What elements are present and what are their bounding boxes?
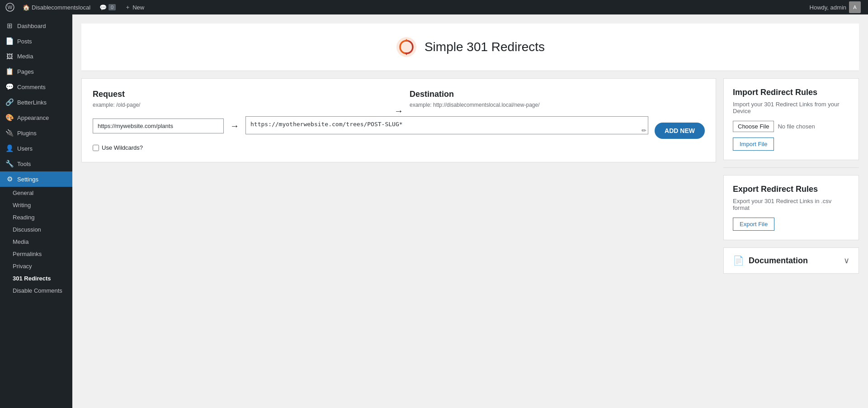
site-name: Disablecommentslocal [32,4,90,11]
request-example: example: /old-page/ [93,102,388,108]
plugins-icon: 🔌 [5,129,14,137]
import-panel-body: Import Redirect Rules Import your 301 Re… [724,79,859,160]
import-panel: Import Redirect Rules Import your 301 Re… [723,78,859,160]
adminbar-comments[interactable]: 💬 0 [95,0,120,14]
right-sidebar: Import Redirect Rules Import your 301 Re… [723,78,859,274]
import-file-button[interactable]: Import File [733,138,774,151]
sidebar-item-label: Posts [17,38,32,45]
request-input[interactable] [93,119,224,133]
doc-title: Documentation [749,256,808,266]
main-content: Simple 301 Redirects Request example: /o… [72,14,868,408]
page-header: Simple 301 Redirects [81,24,859,71]
export-title: Export Redirect Rules [733,185,849,194]
wildcards-row: Use Wildcards? [93,144,705,151]
sidebar-item-label: Comments [17,84,46,90]
wp-logo[interactable]: W [4,0,16,14]
posts-icon: 📄 [5,37,14,45]
sidebar-item-label: Users [17,145,33,152]
documentation-panel: 📄 Documentation ∨ [723,247,859,274]
settings-icon: ⚙ [5,175,14,183]
svg-text:W: W [8,5,13,10]
comments-count: 0 [108,4,116,10]
destination-input[interactable] [245,116,648,134]
import-export-divider [723,167,859,168]
admin-bar: W 🏠 Disablecommentslocal 💬 0 ＋ New Howdy… [0,0,868,14]
submenu-permalinks[interactable]: Permalinks [0,248,72,260]
plus-icon: ＋ [125,3,131,11]
sidebar-item-label: Settings [17,176,38,183]
submenu-media[interactable]: Media [0,236,72,248]
sidebar-item-label: Tools [17,161,31,167]
submenu-301redirects[interactable]: 301 Redirects [0,272,72,285]
sidebar-item-appearance[interactable]: 🎨 Appearance [0,110,72,125]
submenu-discussion[interactable]: Discussion [0,223,72,236]
users-icon: 👤 [5,144,14,152]
redirect-panel: Request example: /old-page/ → Destinatio… [81,78,716,162]
doc-chevron-icon: ∨ [844,256,849,266]
media-icon: 🖼 [5,52,14,60]
doc-header-left: 📄 Documentation [733,255,808,266]
sidebar-item-label: Pages [17,68,34,75]
submenu-writing[interactable]: Writing [0,199,72,211]
form-row: → ✏ ADD NEW [93,116,705,139]
sidebar-item-label: Dashboard [17,23,46,29]
sidebar-item-comments[interactable]: 💬 Comments [0,79,72,95]
sidebar-item-posts[interactable]: 📄 Posts [0,33,72,49]
export-file-button[interactable]: Export File [733,218,774,231]
sidebar-item-plugins[interactable]: 🔌 Plugins [0,125,72,141]
adminbar-site[interactable]: 🏠 Disablecommentslocal [18,0,95,14]
wildcards-label: Use Wildcards? [102,144,143,151]
submenu-reading[interactable]: Reading [0,211,72,223]
sidebar-item-media[interactable]: 🖼 Media [0,49,72,64]
destination-wrapper: ✏ [245,116,648,136]
choose-file-button[interactable]: Choose File [733,121,774,132]
betterlinks-icon: 🔗 [5,98,14,106]
destination-label: Destination [410,90,705,99]
sidebar-item-label: Appearance [17,114,49,121]
sidebar-item-label: Plugins [17,130,37,137]
form-arrow-icon: → [230,121,239,131]
page-title: Simple 301 Redirects [425,40,545,54]
tools-icon: 🔧 [5,160,14,168]
destination-example: example: http://disablecommentslocal.loc… [410,102,705,108]
export-panel: Export Redirect Rules Export your 301 Re… [723,175,859,240]
sidebar-item-users[interactable]: 👤 Users [0,141,72,156]
avatar: A [849,1,861,13]
sidebar-item-dashboard[interactable]: ⊞ Dashboard [0,18,72,33]
request-column: Request example: /old-page/ [93,90,388,114]
submenu-general[interactable]: General [0,187,72,199]
arrow-separator: → [388,106,410,116]
plugin-icon [396,36,417,58]
request-label: Request [93,90,388,99]
sidebar-item-pages[interactable]: 📋 Pages [0,64,72,79]
settings-submenu: General Writing Reading Discussion Media… [0,187,72,297]
destination-column: Destination example: http://disablecomme… [410,90,705,114]
edit-icon: ✏ [642,127,646,134]
arrow-icon: → [394,106,403,116]
sidebar-item-label: Media [17,53,33,60]
sidebar-item-betterlinks[interactable]: 🔗 BetterLinks [0,95,72,110]
documentation-header[interactable]: 📄 Documentation ∨ [724,248,859,273]
sidebar-item-label: BetterLinks [17,99,47,106]
add-new-button[interactable]: ADD NEW [655,123,705,139]
export-panel-body: Export Redirect Rules Export your 301 Re… [724,176,859,240]
wildcards-checkbox[interactable] [93,145,99,151]
adminbar-howdy: Howdy, admin A [806,1,864,13]
export-desc: Export your 301 Redirect Links in .csv f… [733,198,849,211]
sidebar: ⊞ Dashboard 📄 Posts 🖼 Media 📋 Pages 💬 Co… [0,14,72,408]
pages-icon: 📋 [5,67,14,76]
submenu-disablecomments[interactable]: Disable Comments [0,285,72,297]
import-desc: Import your 301 Redirect Links from your… [733,101,849,114]
howdy-text: Howdy, admin [810,4,846,11]
house-icon: 🏠 [23,4,30,11]
comment-icon: 💬 [99,4,107,11]
submenu-privacy[interactable]: Privacy [0,260,72,272]
choose-file-row: Choose File No file chosen [733,121,849,132]
no-file-text: No file chosen [778,123,815,130]
sidebar-item-settings[interactable]: ⚙ Settings ◀ [0,171,72,187]
sidebar-item-tools[interactable]: 🔧 Tools [0,156,72,171]
settings-arrow: ◀ [66,171,72,187]
content-area: Request example: /old-page/ → Destinatio… [81,78,859,274]
adminbar-new[interactable]: ＋ New [120,0,149,14]
import-title: Import Redirect Rules [733,88,849,97]
